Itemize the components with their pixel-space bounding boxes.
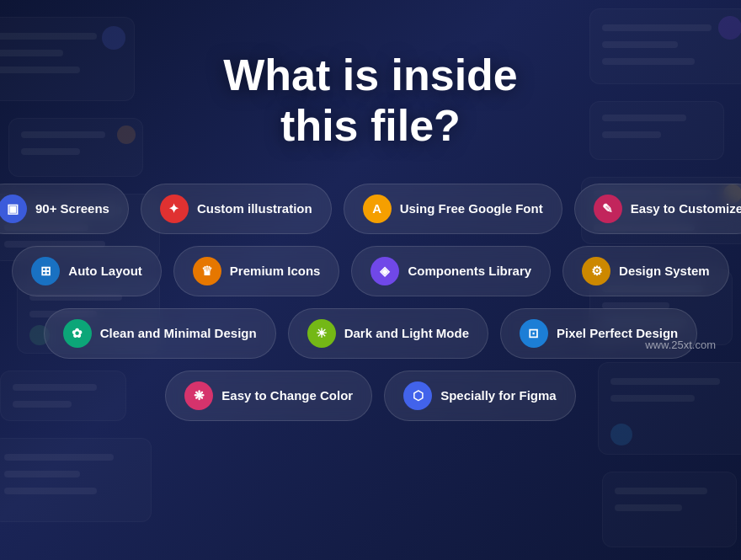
figma-icon: ⬡ xyxy=(403,381,432,410)
feature-row-4: ❋ Easy to Change Color ⬡ Specially for F… xyxy=(165,371,575,421)
feature-row-1: ▣ 90+ Screens ✦ Custom illustration A Us… xyxy=(0,184,741,234)
clean-design-icon: ✿ xyxy=(63,319,92,348)
dark-light-label: Dark and Light Mode xyxy=(344,326,469,340)
feature-auto-layout[interactable]: ⊞ Auto Layout xyxy=(12,246,162,296)
components-label: Components Library xyxy=(408,264,531,278)
figma-label: Specially for Figma xyxy=(440,388,557,403)
features-grid: ▣ 90+ Screens ✦ Custom illustration A Us… xyxy=(0,184,741,421)
feature-screens[interactable]: ▣ 90+ Screens xyxy=(0,184,129,234)
feature-change-color[interactable]: ❋ Easy to Change Color xyxy=(165,371,372,421)
auto-layout-icon: ⊞ xyxy=(31,257,60,285)
feature-design-system[interactable]: ⚙ Design System xyxy=(562,246,729,296)
design-system-icon: ⚙ xyxy=(582,257,610,285)
auto-layout-label: Auto Layout xyxy=(68,264,142,278)
feature-clean-design[interactable]: ✿ Clean and Minimal Design xyxy=(44,308,276,359)
pixel-perfect-icon: ⊡ xyxy=(520,319,548,348)
feature-google-font[interactable]: A Using Free Google Font xyxy=(344,184,562,234)
dark-light-icon: ☀ xyxy=(307,319,336,348)
change-color-icon: ❋ xyxy=(184,381,213,410)
feature-figma[interactable]: ⬡ Specially for Figma xyxy=(384,371,576,421)
feature-components[interactable]: ◈ Components Library xyxy=(351,246,551,296)
feature-customize[interactable]: ✎ Easy to Customize xyxy=(574,184,741,234)
feature-row-2: ⊞ Auto Layout ♛ Premium Icons ◈ Componen… xyxy=(12,246,728,296)
watermark: www.25xt.com xyxy=(645,339,716,351)
premium-icons-icon: ♛ xyxy=(193,257,221,285)
title-line1: What is inside xyxy=(223,51,518,99)
illustration-icon: ✦ xyxy=(160,195,189,223)
feature-row-3: ✿ Clean and Minimal Design ☀ Dark and Li… xyxy=(44,308,697,359)
customize-icon: ✎ xyxy=(594,195,622,223)
title-line2: this file? xyxy=(280,101,461,150)
components-icon: ◈ xyxy=(370,257,399,285)
feature-dark-light[interactable]: ☀ Dark and Light Mode xyxy=(288,308,488,359)
design-system-label: Design System xyxy=(619,264,710,278)
change-color-label: Easy to Change Color xyxy=(221,388,353,403)
clean-design-label: Clean and Minimal Design xyxy=(100,326,257,340)
main-title: What is inside this file? xyxy=(223,51,518,152)
premium-icons-label: Premium Icons xyxy=(230,264,321,278)
illustration-label: Custom illustration xyxy=(197,201,312,216)
feature-illustration[interactable]: ✦ Custom illustration xyxy=(141,184,332,234)
customize-label: Easy to Customize xyxy=(631,201,741,216)
google-font-icon: A xyxy=(363,195,392,223)
screens-icon: ▣ xyxy=(0,195,27,223)
feature-premium-icons[interactable]: ♛ Premium Icons xyxy=(173,246,340,296)
main-content: What is inside this file? ▣ 90+ Screens … xyxy=(0,0,741,421)
google-font-label: Using Free Google Font xyxy=(400,201,543,216)
screens-label: 90+ Screens xyxy=(35,201,109,216)
